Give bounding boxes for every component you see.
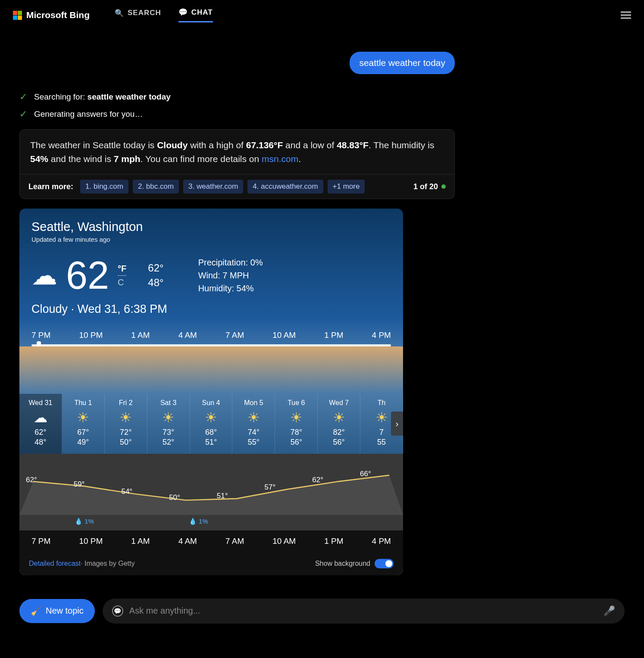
status-dot xyxy=(441,184,446,189)
cloud-icon: ☁ xyxy=(31,260,57,290)
day-cell[interactable]: Thu 1☀67°49° xyxy=(62,394,105,454)
source-chip[interactable]: 3. weather.com xyxy=(183,180,243,193)
day-cell[interactable]: Sun 4☀68°51° xyxy=(190,394,233,454)
new-topic-button[interactable]: 🧹 New topic xyxy=(19,599,95,623)
detailed-forecast-link[interactable]: Detailed forecast xyxy=(29,560,81,568)
check-icon: ✓ xyxy=(19,109,27,120)
precip-row: 💧 1% 💧 1% xyxy=(63,515,403,530)
daily-forecast: Wed 31☁62°48°Thu 1☀67°49°Fri 2☀72°50°Sat… xyxy=(19,394,403,454)
temp-chart: 62°59°54°50°51°57°62°66° 💧 1% 💧 1% xyxy=(19,454,403,530)
skyline-image xyxy=(19,346,403,394)
day-cell[interactable]: Tue 6☀78°56° xyxy=(275,394,318,454)
menu-icon[interactable] xyxy=(621,9,631,21)
chat-icon: 💬 xyxy=(178,8,188,17)
tab-search-label: SEARCH xyxy=(128,9,161,17)
location-title: Seattle, Washington xyxy=(31,220,391,234)
learn-more-label: Learn more: xyxy=(28,182,73,191)
day-cell[interactable]: Sat 3☀73°52° xyxy=(147,394,190,454)
pager: 1 of 20 xyxy=(413,182,446,191)
next-arrow-icon[interactable]: › xyxy=(391,412,403,436)
user-message: seattle weather today xyxy=(350,52,455,74)
microsoft-icon xyxy=(13,11,22,20)
background-toggle[interactable] xyxy=(375,559,394,568)
msn-link[interactable]: msn.com xyxy=(262,154,298,164)
tab-search[interactable]: 🔍 SEARCH xyxy=(115,8,161,22)
source-chip[interactable]: 1. bing.com xyxy=(80,180,128,193)
search-icon: 🔍 xyxy=(115,9,124,18)
chat-bubble-icon: 💬 xyxy=(112,605,123,617)
status-generating: ✓ Generating answers for you… xyxy=(19,109,455,120)
hour-labels-top: 7 PM10 PM1 AM4 AM7 AM10 AM1 PM4 PM xyxy=(19,320,403,344)
brand-logo[interactable]: Microsoft Bing xyxy=(13,10,90,20)
hour-labels-bottom: 7 PM10 PM1 AM4 AM7 AM10 AM1 PM4 PM xyxy=(19,530,403,552)
show-bg-label: Show background xyxy=(315,560,370,568)
tab-chat[interactable]: 💬 CHAT xyxy=(178,8,213,22)
day-cell[interactable]: Mon 5☀74°55° xyxy=(232,394,275,454)
condition-line: Cloudy · Wed 31, 6:38 PM xyxy=(31,302,391,316)
ask-input[interactable] xyxy=(129,606,603,616)
source-chip[interactable]: 2. bbc.com xyxy=(133,180,179,193)
current-temp: 62 xyxy=(66,256,109,295)
day-cell[interactable]: Wed 7☀82°56° xyxy=(318,394,360,454)
weather-stats: Precipitation: 0% Wind: 7 MPH Humidity: … xyxy=(198,256,263,295)
tab-chat-label: CHAT xyxy=(191,8,213,17)
source-chip[interactable]: 4. accuweather.com xyxy=(247,180,323,193)
status-searching: ✓ Searching for: seattle weather today xyxy=(19,91,455,103)
unit-toggle[interactable]: °F C xyxy=(118,264,126,287)
image-credit: · Images by Getty xyxy=(81,560,134,568)
updated-time: Updated a few minutes ago xyxy=(31,236,391,243)
weather-card: Seattle, Washington Updated a few minute… xyxy=(19,209,403,575)
source-chip[interactable]: +1 more xyxy=(328,180,365,193)
day-cell[interactable]: Fri 2☀72°50° xyxy=(105,394,147,454)
day-cell[interactable]: Wed 31☁62°48° xyxy=(19,394,62,454)
broom-icon: 🧹 xyxy=(31,606,41,616)
answer-card: The weather in Seattle today is Cloudy w… xyxy=(19,129,455,199)
check-icon: ✓ xyxy=(19,91,27,103)
microphone-icon[interactable]: 🎤 xyxy=(603,605,615,617)
hi-lo: 62° 48° xyxy=(148,261,163,290)
ask-input-wrapper[interactable]: 💬 🎤 xyxy=(103,599,625,624)
brand-text: Microsoft Bing xyxy=(26,10,90,20)
answer-text: The weather in Seattle today is Cloudy w… xyxy=(20,130,454,174)
